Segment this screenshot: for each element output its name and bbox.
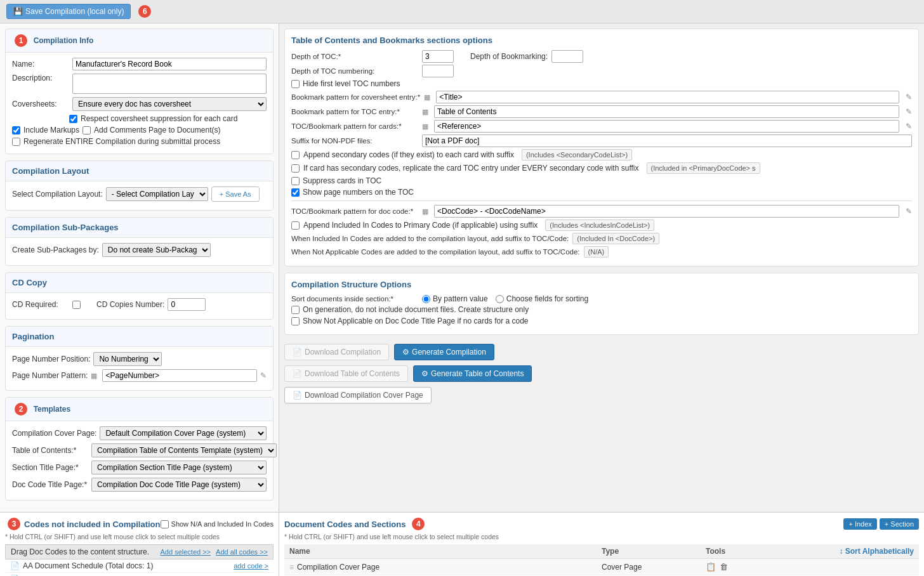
when-included-label: When Included In Codes are added to the … — [291, 235, 569, 242]
toc-bookmark-cards-icon: ▦ — [422, 122, 428, 131]
depth-toc-input[interactable] — [422, 50, 454, 63]
col-name-header: Name — [289, 547, 602, 556]
regenerate-label: Regenerate ENTIRE Compilation during sub… — [23, 137, 220, 146]
show-not-applicable-checkbox[interactable] — [291, 317, 300, 325]
pattern-label: Page Number Pattern: — [12, 371, 88, 380]
download-toc-icon: 📄 — [293, 369, 302, 378]
show-page-numbers-checkbox[interactable] — [291, 188, 300, 197]
bookmark-coversheet-icon: ▦ — [424, 93, 430, 101]
card-secondary-checkbox[interactable] — [291, 164, 300, 173]
save-compilation-label: Save Compilation (local only) — [25, 7, 124, 16]
copy-icon[interactable]: 📋 — [706, 562, 716, 572]
cover-page-type: Cover Page — [602, 563, 706, 572]
index-button[interactable]: + Index — [843, 518, 876, 530]
pattern-input[interactable] — [102, 369, 257, 382]
add-all-link[interactable]: Add all codes >> — [216, 548, 268, 556]
doc-codes-subtitle: * Hold CTRL (or SHIFT) and use left mous… — [284, 533, 919, 540]
create-sub-label: Create Sub-Packages by: — [12, 245, 99, 254]
col-sort-header[interactable]: ↕ Sort Alphabetically — [810, 547, 914, 556]
show-na-checkbox[interactable] — [161, 520, 169, 528]
toc-bookmark-cards-edit[interactable]: ✎ — [906, 122, 912, 131]
bookmark-coversheet-edit[interactable]: ✎ — [906, 93, 912, 101]
generate-toc-icon: ⚙ — [421, 369, 428, 378]
append-included-suffix: (Includes <IncludesInCodeList>) — [545, 219, 654, 231]
cover-page-icon: ≡ — [289, 563, 294, 572]
no-include-checkbox[interactable] — [291, 306, 300, 314]
cd-required-label: CD Required: — [12, 300, 69, 309]
toc-template-select[interactable]: Compilation Table of Contents Template (… — [91, 443, 277, 457]
when-not-applicable-label: When Not Applicable Codes are added to t… — [291, 248, 580, 256]
badge-4: 4 — [412, 518, 425, 530]
templates-title: 2 Templates — [6, 398, 273, 421]
description-input[interactable] — [72, 74, 267, 94]
include-markups-checkbox[interactable] — [12, 126, 20, 134]
table-row[interactable]: ≡ Compilation Cover Page Cover Page 📋 🗑 — [284, 559, 919, 575]
download-compilation-button[interactable]: 📄 Download Compilation — [284, 344, 389, 360]
choose-fields-radio[interactable] — [496, 295, 504, 303]
toc-doc-edit[interactable]: ✎ — [906, 207, 912, 216]
list-item[interactable]: 📄 AA Document Schedule (Total docs: 1) a… — [5, 560, 274, 573]
append-included-checkbox[interactable] — [291, 221, 300, 230]
pattern-edit-icon[interactable]: ✎ — [260, 371, 267, 380]
download-cover-button[interactable]: 📄 Download Compilation Cover Page — [284, 387, 432, 403]
depth-toc-label: Depth of TOC:* — [291, 53, 418, 60]
codes-subtitle: * Hold CTRL (or SHIFT) and use left mous… — [5, 533, 274, 540]
list-item[interactable]: 📄 CU Not Available (Total docs: 1) add c… — [5, 573, 274, 576]
by-pattern-radio[interactable] — [422, 295, 430, 303]
append-included-label: Append Included In Codes to Primary Code… — [303, 221, 538, 230]
toc-doc-input[interactable] — [434, 205, 899, 218]
respect-checkbox[interactable] — [69, 115, 77, 123]
save-compilation-button[interactable]: 💾 Save Compilation (local only) — [6, 4, 131, 19]
add-code-1[interactable]: add code > — [234, 562, 268, 570]
compilation-layout-title: Compilation Layout — [6, 161, 273, 181]
section-button[interactable]: + Section — [880, 518, 919, 530]
bookmark-toc-input[interactable] — [434, 105, 899, 118]
toc-doc-icon: ▦ — [422, 207, 428, 216]
doc-codes-panel-title: Document Codes and Sections — [284, 520, 406, 529]
generate-compilation-button[interactable]: ⚙ Generate Compilation — [394, 344, 494, 360]
name-input[interactable] — [72, 58, 267, 70]
codes-panel-title: Codes not included in Compilation — [24, 520, 161, 529]
choose-fields-label: Choose fields for sorting — [506, 294, 588, 303]
suffix-non-pdf-input[interactable] — [422, 134, 912, 147]
coversheets-select[interactable]: Ensure every doc has coversheet — [72, 97, 267, 111]
sort-label: Sort documents inside section:* — [291, 295, 418, 303]
pagination-title: Pagination — [6, 327, 273, 347]
delete-icon[interactable]: 🗑 — [720, 562, 728, 572]
cd-copy-title: CD Copy — [6, 273, 273, 293]
suppress-cards-checkbox[interactable] — [291, 177, 300, 185]
cd-copies-input[interactable] — [168, 298, 206, 311]
generate-toc-button[interactable]: ⚙ Generate Table of Contents — [413, 365, 532, 382]
bookmark-coversheet-input[interactable] — [436, 91, 899, 103]
sub-packages-select[interactable]: Do not create Sub-Packag — [102, 243, 211, 257]
section-title-select[interactable]: Compilation Section Title Page (system) — [91, 461, 267, 475]
suffix-non-pdf-label: Suffix for NON-PDF files: — [291, 137, 418, 145]
download-toc-button[interactable]: 📄 Download Table of Contents — [284, 365, 408, 382]
hide-first-level-checkbox[interactable] — [291, 80, 300, 88]
generate-compilation-icon: ⚙ — [402, 348, 409, 357]
doc-code-select[interactable]: Compilation Doc Code Title Page (system) — [91, 478, 267, 492]
cd-required-checkbox[interactable] — [72, 301, 81, 309]
structure-title: Compilation Structure Options — [291, 280, 912, 289]
bookmark-toc-edit[interactable]: ✎ — [906, 107, 912, 116]
bookmark-toc-label: Bookmark pattern for TOC entry:* — [291, 108, 418, 115]
regenerate-checkbox[interactable] — [12, 138, 20, 146]
append-secondary-checkbox[interactable] — [291, 151, 300, 159]
depth-bookmark-label: Depth of Bookmarking: — [470, 52, 548, 61]
layout-select[interactable]: - Select Compilation Lay — [106, 187, 208, 201]
top-bar: 💾 Save Compilation (local only) 6 — [0, 0, 924, 23]
show-page-numbers-label: Show page numbers on the TOC — [303, 188, 414, 197]
badge-2: 2 — [15, 403, 27, 416]
save-as-button[interactable]: + Save As — [211, 187, 260, 202]
append-secondary-label: Append secondary codes (if they exist) t… — [303, 150, 514, 159]
depth-toc-numbering-input[interactable] — [422, 65, 454, 77]
position-select[interactable]: No Numbering — [93, 352, 162, 366]
save-icon: 💾 — [13, 7, 23, 16]
cover-page-select[interactable]: Default Compilation Cover Page (system) — [100, 426, 267, 440]
toc-template-label: Table of Contents:* — [12, 446, 88, 455]
append-secondary-suffix: (Includes <SecondaryCodeList>) — [522, 149, 632, 160]
depth-bookmark-input[interactable] — [551, 50, 583, 63]
add-comments-checkbox[interactable] — [82, 126, 91, 134]
add-selected-link[interactable]: Add selected >> — [161, 548, 211, 556]
toc-bookmark-cards-input[interactable] — [434, 120, 899, 133]
